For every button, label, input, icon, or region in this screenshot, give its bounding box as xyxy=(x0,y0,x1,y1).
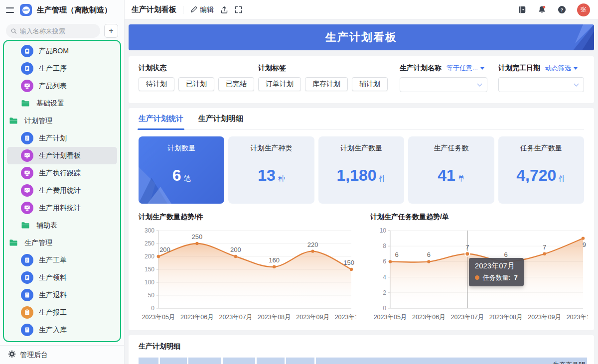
charts-row: 计划生产数量趋势/件 0501001502002503002023年05月202… xyxy=(139,206,584,325)
sidebar-item-label: 生产工序 xyxy=(39,64,67,73)
sidebar-item-生产费用统计[interactable]: 生产费用统计 xyxy=(7,182,117,199)
stat-card-计划生产种类[interactable]: 计划生产种类 13种 xyxy=(228,136,314,204)
stat-card-计划数量[interactable]: 计划数量 6笔 xyxy=(139,136,224,204)
sidebar-item-基础设置[interactable]: 基础设置 xyxy=(7,95,117,112)
notifications-button[interactable] xyxy=(537,5,547,14)
svg-text:300: 300 xyxy=(145,227,154,234)
svg-text:7: 7 xyxy=(543,243,546,251)
sidebar-item-辅助表[interactable]: 辅助表 xyxy=(7,217,117,234)
operator-link[interactable]: 动态筛选 xyxy=(545,64,578,73)
svg-text:4: 4 xyxy=(383,274,386,281)
stat-unit: 单 xyxy=(458,174,465,182)
app-logo-icon: ERP xyxy=(20,4,32,16)
stat-card-计划生产数量[interactable]: 计划生产数量 1,180件 xyxy=(318,136,404,204)
svg-text:2023年09月: 2023年09月 xyxy=(296,314,329,321)
tab-生产计划统计[interactable]: 生产计划统计 xyxy=(139,108,183,129)
chart-plan-quantity-trend[interactable]: 计划生产数量趋势/件 0501001502002503002023年05月202… xyxy=(139,206,356,325)
svg-text:250: 250 xyxy=(145,240,154,247)
chart-canvas[interactable]: 02468102023年05月2023年06月2023年07月2023年08月2… xyxy=(370,224,588,323)
sidebar-item-产品列表[interactable]: 产品列表 xyxy=(7,77,117,95)
search-box[interactable] xyxy=(6,24,100,38)
help-button[interactable]: ? xyxy=(557,5,567,14)
svg-text:2023年07月: 2023年07月 xyxy=(450,314,484,321)
table-header-cell xyxy=(188,358,221,364)
stat-value: 6笔 xyxy=(139,166,224,185)
edit-button[interactable]: 编辑 xyxy=(190,5,214,14)
tag-option-辅计划[interactable]: 辅计划 xyxy=(352,77,388,91)
stat-card-任务生产数量[interactable]: 任务生产数量 4,720件 xyxy=(498,136,584,204)
banner-title: 生产计划看板 xyxy=(325,30,397,45)
status-option-待计划[interactable]: 待计划 xyxy=(139,77,174,91)
svg-text:6: 6 xyxy=(504,251,508,258)
table-header-cell xyxy=(139,358,158,364)
operator-link[interactable]: 等于任意... xyxy=(447,64,484,73)
stat-label: 计划数量 xyxy=(139,144,224,153)
sidebar-item-生产管理[interactable]: 生产管理 xyxy=(7,234,117,251)
chart-task-quantity-trend[interactable]: 计划生产任务数量趋势/单 02468102023年05月2023年06月2023… xyxy=(370,206,588,325)
admin-backend-button[interactable]: 管理后台 xyxy=(0,345,124,364)
app-window: ERP 生产管理（离散制造） + 产品BOM生产工序产品列表基础设置计划管理生产… xyxy=(0,0,598,364)
statistics-card: 生产计划统计生产计划明细 计划数量 6笔计划生产种类 13种计划生产数量 1,1… xyxy=(129,108,594,330)
stat-value: 41单 xyxy=(408,166,494,185)
table-header-cell xyxy=(257,358,285,364)
doc-icon xyxy=(21,62,33,75)
finish-date-select[interactable] xyxy=(498,77,584,92)
admin-backend-label: 管理后台 xyxy=(20,351,48,360)
filter-label: 计划完工日期 xyxy=(498,64,540,73)
sidebar: ERP 生产管理（离散制造） + 产品BOM生产工序产品列表基础设置计划管理生产… xyxy=(0,0,125,364)
tab-生产计划明细[interactable]: 生产计划明细 xyxy=(198,108,243,129)
table-header-row: 生产产品明 xyxy=(139,358,587,364)
user-avatar[interactable]: 张 xyxy=(577,3,590,16)
svg-text:0: 0 xyxy=(383,305,386,312)
sidebar-item-生产用料统计[interactable]: 生产用料统计 xyxy=(7,199,117,217)
filter-plan-status: 计划状态 待计划已计划已完结 xyxy=(139,63,247,96)
sidebar-item-计划管理[interactable]: 计划管理 xyxy=(7,112,117,129)
sidebar-item-生产报工[interactable]: 生产报工 xyxy=(7,304,117,321)
sidebar-item-产品BOM[interactable]: 产品BOM xyxy=(7,42,117,60)
sidebar-item-label: 生产报工 xyxy=(39,308,67,317)
filter-label: 计划状态 xyxy=(139,64,166,73)
sidebar-item-生产领料[interactable]: 生产领料 xyxy=(7,269,117,286)
sidebar-item-生产工序[interactable]: 生产工序 xyxy=(7,60,117,77)
stat-card-生产任务数[interactable]: 生产任务数 41单 xyxy=(408,136,494,204)
sidebar-item-生产退料[interactable]: 生产退料 xyxy=(7,286,117,304)
sidebar-item-label: 基础设置 xyxy=(36,99,64,108)
sidebar-item-生产入库[interactable]: 生产入库 xyxy=(7,321,117,339)
share-button[interactable] xyxy=(220,6,228,14)
monitor-icon xyxy=(21,149,33,162)
chevron-down-icon xyxy=(574,81,579,86)
sidebar-item-生产执行跟踪[interactable]: 生产执行跟踪 xyxy=(7,164,117,182)
collapse-menu-icon[interactable] xyxy=(6,7,15,13)
folder-icon xyxy=(21,99,31,108)
plan-name-select[interactable] xyxy=(400,77,487,92)
add-app-button[interactable]: + xyxy=(104,24,118,38)
tag-option-订单计划[interactable]: 订单计划 xyxy=(258,77,301,91)
doc-icon xyxy=(21,254,33,266)
stat-value: 13种 xyxy=(228,166,314,185)
search-input[interactable] xyxy=(20,27,95,35)
journal-button[interactable] xyxy=(517,5,527,14)
status-option-已计划[interactable]: 已计划 xyxy=(178,77,214,91)
svg-text:2023年06月: 2023年06月 xyxy=(180,314,214,321)
fullscreen-button[interactable] xyxy=(235,6,242,13)
sidebar-item-label: 生产退料 xyxy=(39,291,67,300)
status-option-已完结[interactable]: 已完结 xyxy=(218,77,254,91)
plan-detail-title: 生产计划明细 xyxy=(139,342,587,351)
sidebar-item-生产计划[interactable]: 生产计划 xyxy=(7,129,117,147)
table-header-cell xyxy=(160,358,187,364)
sidebar-item-生产计划看板[interactable]: 生产计划看板 xyxy=(7,147,117,164)
banner-decoration xyxy=(519,24,594,50)
main-area: 生产计划看板 编辑 ? 张 xyxy=(125,0,598,364)
sidebar-item-生产工单[interactable]: 生产工单 xyxy=(7,251,117,269)
sidebar-item-label: 产品列表 xyxy=(39,82,67,91)
chart-title: 计划生产数量趋势/件 xyxy=(139,213,356,222)
sidebar-header: ERP 生产管理（离散制造） xyxy=(0,0,124,20)
chart-canvas[interactable]: 0501001502002503002023年05月2023年06月2023年0… xyxy=(139,224,356,323)
tag-option-库存计划[interactable]: 库存计划 xyxy=(305,77,348,91)
doc-icon xyxy=(21,271,33,284)
svg-text:2023年09月: 2023年09月 xyxy=(528,314,561,321)
monitor-icon xyxy=(21,202,33,214)
search-icon xyxy=(11,28,17,34)
plan-detail-card: 生产计划明细 生产产品明 xyxy=(129,335,594,364)
dashboard-banner: 生产计划看板 xyxy=(129,24,594,50)
